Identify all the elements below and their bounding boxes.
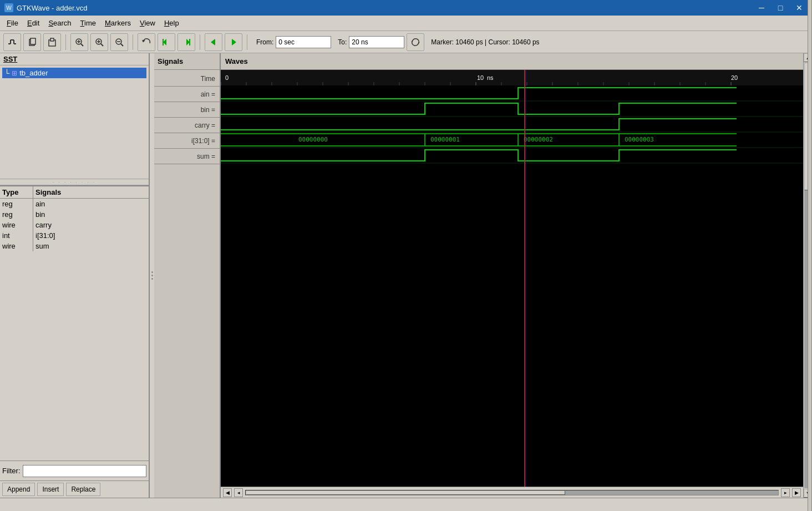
filter-buttons-row: Append Insert Replace (0, 480, 149, 498)
toolbar-sep-1 (65, 34, 66, 50)
sum-signal-label: sum = (156, 153, 217, 160)
bus-label-2: 00000002 (524, 136, 553, 143)
sig-row-sum[interactable]: wire sum (0, 241, 149, 251)
from-input[interactable] (276, 36, 331, 48)
sig-name-bin: bin (33, 209, 149, 220)
signal-i31-row: i[31:0] = (154, 133, 220, 149)
menu-time[interactable]: Time (76, 17, 100, 29)
time-label: Time (156, 75, 217, 83)
waves-content[interactable]: 0 10 ns 20 (221, 70, 803, 487)
signals-rows-container: Time ain = bin = carry = i[31:0] = sum = (154, 70, 220, 165)
minimize-button[interactable]: ─ (753, 2, 770, 13)
marker-cursor-status: Marker: 10460 ps | Cursor: 10460 ps (431, 38, 539, 46)
sig-name-i31: i[31:0] (33, 230, 149, 241)
tree-item-tb-adder[interactable]: └ ⊞ tb_adder (2, 68, 146, 78)
scroll-left-button[interactable]: ◀ (223, 488, 232, 497)
close-button[interactable]: ✕ (791, 2, 808, 13)
sig-type-carry: wire (0, 220, 33, 230)
toolbar: From: To: Marker: 10460 ps | Cursor: 104… (0, 31, 812, 53)
bin-signal-label: bin = (156, 106, 217, 114)
toolbar-zoom-out[interactable] (110, 33, 128, 51)
h-scroll-track[interactable] (245, 490, 779, 495)
toolbar-sep-4 (247, 34, 247, 50)
toolbar-next[interactable] (225, 33, 242, 51)
sig-type-bin: reg (0, 209, 33, 220)
sig-row-carry[interactable]: wire carry (0, 220, 149, 230)
menu-file[interactable]: File (2, 17, 23, 29)
signal-ain-row: ain = (154, 87, 220, 102)
toolbar-zoom-in[interactable] (90, 33, 108, 51)
sig-name-sum: sum (33, 241, 149, 251)
scroll-right-small-button[interactable]: ▸ (781, 488, 790, 497)
sig-row-bin[interactable]: reg bin (0, 209, 149, 220)
toolbar-last-marker[interactable] (177, 33, 195, 51)
toolbar-reload[interactable] (407, 33, 424, 51)
title-bar-title: W GTKWave - adder.vcd (4, 3, 87, 12)
sst-label: SST (3, 55, 17, 63)
resize-dot-2 (151, 275, 153, 276)
timeline-end: 20 (731, 74, 738, 81)
sst-title: SST (0, 53, 149, 65)
timeline-unit: ns (487, 74, 494, 81)
menubar: File Edit Search Time Markers View Help (0, 16, 812, 31)
menu-view[interactable]: View (135, 17, 160, 29)
left-signals-resize[interactable] (150, 53, 154, 498)
toolbar-first-marker[interactable] (158, 33, 175, 51)
toolbar-sep-2 (133, 34, 133, 50)
signals-table-header: Type Signals (0, 186, 149, 199)
timeline-mid: 10 (477, 74, 484, 81)
svg-marker-25 (211, 39, 215, 45)
signals-names-panel: Signals Time ain = bin = carry = i[31:0]… (154, 53, 221, 498)
sig-row-i31[interactable]: int i[31:0] (0, 230, 149, 241)
resize-dots: · · · · · · · · (53, 180, 96, 185)
left-panel: SST └ ⊞ tb_adder · · · · · · · · Type Si… (0, 53, 150, 498)
toolbar-undo[interactable] (138, 33, 155, 51)
sig-row-ain[interactable]: reg ain (0, 199, 149, 209)
timeline-start: 0 (225, 74, 229, 81)
signal-carry-row: carry = (154, 118, 220, 133)
sig-type-sum: wire (0, 241, 33, 251)
menu-search[interactable]: Search (44, 17, 75, 29)
toolbar-zoom-fit[interactable] (70, 33, 88, 51)
filter-area: Filter: (0, 461, 149, 480)
bus-label-1: 00000001 (430, 136, 460, 143)
svg-rect-6 (31, 38, 35, 44)
maximize-button[interactable]: □ (772, 2, 789, 13)
to-input[interactable] (349, 36, 404, 48)
toolbar-sep-3 (200, 34, 200, 50)
menu-help[interactable]: Help (160, 17, 184, 29)
toolbar-paste-button[interactable] (43, 33, 61, 51)
sst-tree[interactable]: └ ⊞ tb_adder (0, 65, 149, 179)
signal-bin-row: bin = (154, 102, 220, 118)
statusbar (0, 498, 812, 511)
sig-type-ain: reg (0, 199, 33, 209)
svg-rect-27 (221, 70, 803, 85)
h-scrollbar[interactable]: ◀ ◂ ▸ ▶ (221, 487, 803, 498)
toolbar-signal-button[interactable] (3, 33, 21, 51)
titlebar: W GTKWave - adder.vcd ─ □ ✕ (0, 0, 812, 16)
sst-resize-handle[interactable]: · · · · · · · · (0, 179, 149, 185)
signals-title-label: Signals (158, 57, 183, 65)
filter-input[interactable] (23, 465, 147, 477)
sig-name-ain: ain (33, 199, 149, 209)
col-name-header: Signals (33, 186, 149, 198)
replace-button[interactable]: Replace (66, 483, 100, 496)
append-button[interactable]: Append (2, 483, 35, 496)
scroll-right-button[interactable]: ▶ (792, 488, 801, 497)
window-title: GTKWave - adder.vcd (17, 4, 87, 12)
sst-panel: SST └ ⊞ tb_adder · · · · · · · · (0, 53, 149, 186)
toolbar-copy-button[interactable] (23, 33, 41, 51)
menu-edit[interactable]: Edit (23, 17, 44, 29)
svg-line-18 (121, 44, 123, 46)
insert-button[interactable]: Insert (37, 483, 64, 496)
carry-signal-label: carry = (156, 122, 217, 129)
i31-signal-label: i[31:0] = (156, 137, 217, 145)
waves-panel: Waves 0 10 ns 20 (221, 53, 803, 498)
h-scroll-thumb[interactable] (246, 490, 565, 495)
svg-rect-8 (50, 38, 54, 41)
tree-module-icon: ⊞ (12, 69, 17, 77)
menu-markers[interactable]: Markers (100, 17, 135, 29)
signal-sum-row: sum = (154, 149, 220, 164)
toolbar-prev[interactable] (205, 33, 222, 51)
scroll-left-small-button[interactable]: ◂ (234, 488, 243, 497)
